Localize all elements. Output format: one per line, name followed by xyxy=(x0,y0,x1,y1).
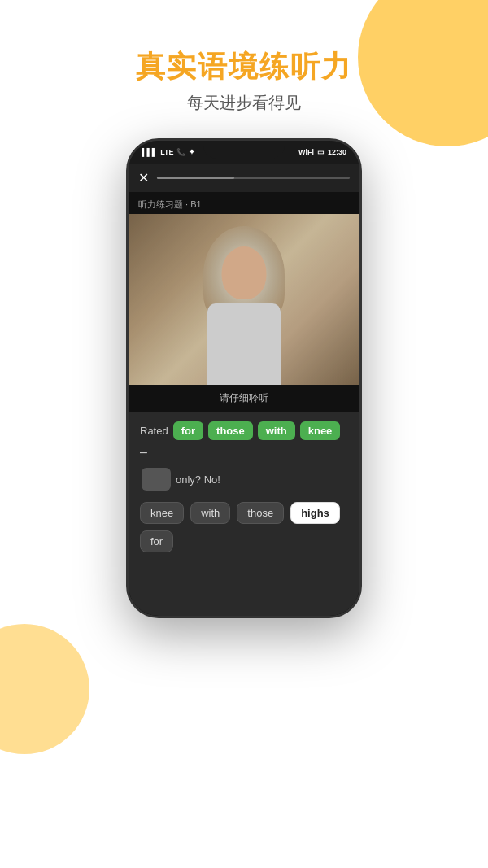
blank-chip xyxy=(142,468,171,491)
option-knee[interactable]: knee xyxy=(140,502,184,524)
dash-separator: – xyxy=(140,445,147,460)
progress-bar xyxy=(157,177,350,179)
answer-panel: Rated for those with knee – only? No! kn… xyxy=(129,412,359,616)
header-section: 真实语境练听力 每天进步看得见 xyxy=(0,0,488,114)
phone-container: ▌▌▌ LTE 📞 ✦ WiFi ▭ 12:30 ✕ 听力练习题 · B1 xyxy=(0,138,488,618)
decorative-circle-bottom xyxy=(0,624,89,754)
option-highs[interactable]: highs xyxy=(290,502,340,524)
only-no-text: only? No! xyxy=(176,473,220,486)
network-type: LTE xyxy=(160,148,173,156)
only-no-row: only? No! xyxy=(142,468,348,491)
main-title: 真实语境练听力 xyxy=(0,49,488,84)
sub-title: 每天进步看得见 xyxy=(0,92,488,114)
sentence-row: Rated for those with knee – xyxy=(140,421,348,460)
battery-icon: ▭ xyxy=(317,148,325,156)
bluetooth-icon: ✦ xyxy=(189,148,195,156)
status-left: ▌▌▌ LTE 📞 ✦ xyxy=(142,148,195,156)
wifi-icon: WiFi xyxy=(298,148,314,156)
phone-notch xyxy=(203,141,285,159)
screen-topbar: ✕ xyxy=(129,164,359,192)
time-display: 12:30 xyxy=(328,148,346,156)
word-chip-for: for xyxy=(173,421,203,440)
sentence-rated-label: Rated xyxy=(140,425,168,437)
option-those[interactable]: those xyxy=(237,502,284,524)
option-with[interactable]: with xyxy=(190,502,230,524)
video-area xyxy=(129,214,359,385)
word-chip-with: with xyxy=(258,421,295,440)
video-thumbnail xyxy=(129,214,359,385)
progress-fill xyxy=(157,177,234,179)
phone-icon: 📞 xyxy=(176,148,185,156)
phone-screen: ✕ 听力练习题 · B1 xyxy=(129,164,359,616)
listen-instruction: 请仔细聆听 xyxy=(129,385,359,412)
status-right: WiFi ▭ 12:30 xyxy=(298,148,346,156)
exercise-label: 听力练习题 · B1 xyxy=(129,192,359,214)
options-row: knee with those highs for xyxy=(140,502,348,552)
close-button[interactable]: ✕ xyxy=(138,170,149,185)
power-button xyxy=(359,222,362,263)
video-overlay xyxy=(129,214,359,385)
option-for[interactable]: for xyxy=(140,530,173,552)
word-chip-knee: knee xyxy=(300,421,341,440)
phone-mockup: ▌▌▌ LTE 📞 ✦ WiFi ▭ 12:30 ✕ 听力练习题 · B1 xyxy=(126,138,362,618)
signal-bars: ▌▌▌ xyxy=(142,148,157,156)
word-chip-those: those xyxy=(208,421,253,440)
